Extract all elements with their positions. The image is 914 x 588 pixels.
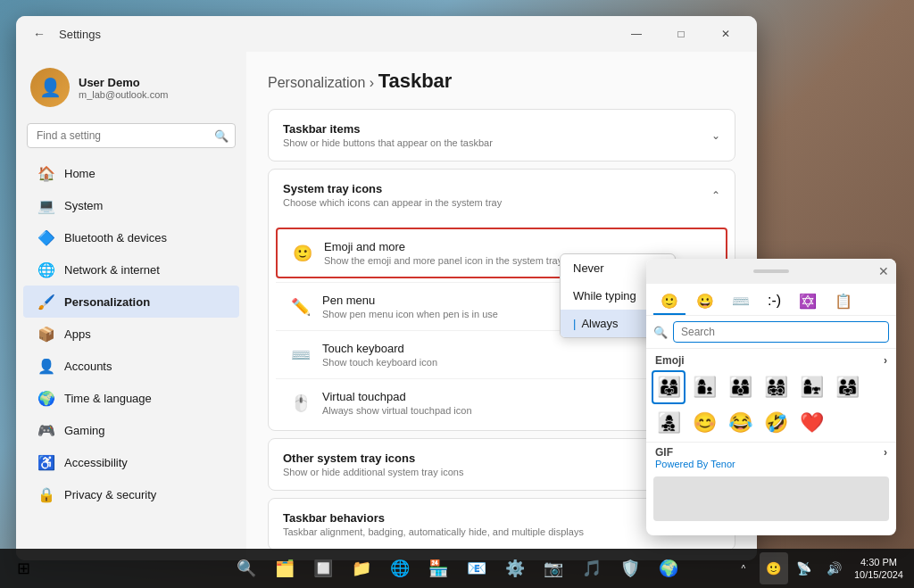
- pen-setting-left: ✏️ Pen menu Show pen menu icon when pen …: [290, 294, 498, 319]
- emoji-panel-close-button[interactable]: ✕: [878, 264, 889, 278]
- taskbar-mail[interactable]: 📧: [459, 551, 494, 586]
- sidebar-item-gaming[interactable]: 🎮 Gaming: [23, 414, 239, 446]
- emoji-setting-icon: 🙂: [292, 244, 313, 263]
- system-tray-subtitle: Choose which icons can appear in the sys…: [283, 197, 502, 208]
- close-button[interactable]: ✕: [705, 20, 746, 48]
- taskbar-items-chevron-down: ⌄: [711, 129, 720, 142]
- user-name: User Demo: [79, 76, 168, 89]
- back-button[interactable]: ←: [27, 21, 52, 46]
- gif-powered-label: Powered By Tenor: [655, 459, 887, 469]
- emoji-cell-family[interactable]: 👨‍👩‍👧: [652, 370, 686, 404]
- taskbar-camera[interactable]: 📷: [536, 551, 571, 586]
- emoji-cell-family5[interactable]: 👩‍👧: [794, 370, 828, 404]
- taskbar-items-header[interactable]: Taskbar items Show or hide buttons that …: [269, 110, 735, 161]
- sidebar-item-personalization[interactable]: 🖌️ Personalization: [23, 286, 239, 318]
- emoji-cell-family4[interactable]: 👨‍👩‍👧‍👦: [759, 370, 793, 404]
- sidebar-item-privacy[interactable]: 🔒 Privacy & security: [23, 478, 239, 510]
- sidebar-label-bluetooth: Bluetooth & devices: [64, 231, 167, 244]
- taskbar-center: 🔍 🗂️ 🔲 📁 🌐 🏪 📧 ⚙️ 📷 🎵 🛡️ 🌍: [228, 551, 686, 586]
- emoji-tab-emoji[interactable]: 🙂: [653, 289, 686, 315]
- system-tray-header[interactable]: System tray icons Choose which icons can…: [269, 170, 735, 220]
- title-bar-left: ← Settings: [27, 21, 616, 46]
- sidebar-label-privacy: Privacy & security: [64, 488, 156, 501]
- search-box: 🔍: [27, 123, 236, 148]
- sidebar-item-accounts[interactable]: 👤 Accounts: [23, 350, 239, 382]
- taskbar-files[interactable]: 📁: [344, 551, 379, 586]
- sidebar-item-apps[interactable]: 📦 Apps: [23, 318, 239, 350]
- taskbar-start-button[interactable]: ⊞: [5, 551, 41, 586]
- taskbar-store[interactable]: 🏪: [420, 551, 456, 586]
- taskbar-widgets[interactable]: 🔲: [305, 551, 341, 586]
- sidebar-label-accounts: Accounts: [64, 360, 112, 373]
- touchpad-setting-left: 🖱️ Virtual touchpad Always show virtual …: [290, 390, 472, 416]
- sidebar-item-system[interactable]: 💻 System: [23, 189, 239, 221]
- emoji-tab-emoticon[interactable]: :-): [760, 289, 788, 315]
- taskbar-search[interactable]: 🔍: [228, 551, 264, 586]
- emoji-tab-special[interactable]: ✡️: [792, 289, 824, 315]
- bluetooth-icon: 🔷: [37, 228, 55, 246]
- other-tray-title: Other system tray icons: [283, 451, 463, 465]
- gaming-icon: 🎮: [37, 421, 55, 439]
- emoji-cell-family7[interactable]: 👩‍👧‍👦: [652, 406, 686, 440]
- taskbar-time: 4:30 PM: [854, 556, 903, 568]
- keyboard-setting-text: Touch keyboard Show touch keyboard icon: [322, 342, 437, 368]
- taskbar-edge[interactable]: 🌐: [382, 551, 418, 586]
- gif-chevron: ›: [884, 446, 887, 459]
- taskbar-items-section: Taskbar items Show or hide buttons that …: [268, 109, 735, 161]
- emoji-tab-clipboard[interactable]: 📋: [827, 289, 860, 315]
- emoji-cell-laugh[interactable]: 😂: [723, 406, 757, 440]
- user-section: 👤 User Demo m_lab@outlook.com: [16, 59, 246, 120]
- accounts-icon: 👤: [37, 357, 55, 375]
- taskbar-clock[interactable]: 4:30 PM 10/15/2024: [851, 556, 907, 582]
- sidebar: 👤 User Demo m_lab@outlook.com 🔍 🏠 Home 💻…: [16, 52, 246, 560]
- taskbar-settings[interactable]: ⚙️: [497, 551, 533, 586]
- sidebar-label-apps: Apps: [64, 327, 91, 341]
- time-icon: 🌍: [37, 389, 55, 407]
- sidebar-item-home[interactable]: 🏠 Home: [23, 157, 239, 189]
- sidebar-item-network[interactable]: 🌐 Network & internet: [23, 253, 239, 286]
- title-bar: ← Settings — □ ✕: [16, 16, 757, 52]
- emoji-cell-rofl[interactable]: 🤣: [759, 406, 793, 440]
- emoji-cell-smile[interactable]: 😊: [687, 406, 721, 440]
- emoji-cell-family6[interactable]: 👨‍👩‍👧: [830, 370, 864, 404]
- emoji-search-input[interactable]: [673, 321, 889, 343]
- taskbar-volume-icon[interactable]: 🔊: [820, 552, 849, 584]
- taskbar-network-icon[interactable]: 📡: [790, 552, 818, 584]
- sidebar-item-time[interactable]: 🌍 Time & language: [23, 382, 239, 414]
- taskbar: ⊞ 🔍 🗂️ 🔲 📁 🌐 🏪 📧 ⚙️ 📷 🎵 🛡️ 🌍 ^ 🙂 📡 🔊 4:3…: [0, 549, 914, 588]
- touchpad-setting-icon: 🖱️: [290, 393, 312, 413]
- keyboard-setting-desc: Show touch keyboard icon: [322, 357, 437, 368]
- emoji-panel-drag-handle[interactable]: [753, 269, 789, 273]
- other-tray-subtitle: Show or hide additional system tray icon…: [283, 467, 463, 477]
- taskbar-app1[interactable]: 🛡️: [612, 551, 648, 586]
- system-tray-text: System tray icons Choose which icons can…: [283, 182, 502, 208]
- pen-setting-text: Pen menu Show pen menu icon when pen is …: [322, 294, 498, 319]
- taskbar-overflow-chevron[interactable]: ^: [729, 552, 758, 584]
- emoji-tab-kaomoji[interactable]: 😀: [689, 289, 721, 315]
- maximize-button[interactable]: □: [661, 20, 702, 48]
- emoji-tab-symbols[interactable]: ⌨️: [725, 289, 757, 315]
- gif-label: GIF ›: [655, 446, 887, 459]
- sidebar-item-bluetooth[interactable]: 🔷 Bluetooth & devices: [23, 221, 239, 253]
- privacy-icon: 🔒: [37, 485, 55, 503]
- touchpad-setting-label: Virtual touchpad: [322, 390, 472, 403]
- emoji-setting-left: 🙂 Emoji and more Show the emoji and more…: [292, 240, 562, 266]
- system-icon: 💻: [37, 196, 55, 214]
- emoji-cell-heart[interactable]: ❤️: [794, 406, 828, 440]
- keyboard-setting-icon: ⌨️: [290, 345, 312, 365]
- taskbar-behaviors-title: Taskbar behaviors: [283, 511, 584, 525]
- emoji-panel: ✕ 🙂 😀 ⌨️ :-) ✡️ 📋 🔍 Emoji › 👨‍👩‍👧 👩‍👦 👨‍…: [646, 259, 896, 535]
- taskbar-items-subtitle: Show or hide buttons that appear on the …: [283, 137, 493, 148]
- emoji-cell-family3[interactable]: 👨‍👩‍👦: [723, 370, 757, 404]
- emoji-setting-text: Emoji and more Show the emoji and more p…: [324, 240, 562, 266]
- taskbar-emoji-tray-icon[interactable]: 🙂: [760, 552, 788, 584]
- minimize-button[interactable]: —: [616, 20, 657, 48]
- sidebar-item-accessibility[interactable]: ♿ Accessibility: [23, 446, 239, 478]
- taskbar-task-view[interactable]: 🗂️: [267, 551, 303, 586]
- taskbar-music[interactable]: 🎵: [574, 551, 610, 586]
- avatar: 👤: [30, 68, 70, 107]
- taskbar-app2[interactable]: 🌍: [651, 551, 686, 586]
- search-input[interactable]: [27, 123, 236, 148]
- system-tray-chevron-up: ⌃: [711, 189, 720, 202]
- emoji-cell-family2[interactable]: 👩‍👦: [687, 370, 721, 404]
